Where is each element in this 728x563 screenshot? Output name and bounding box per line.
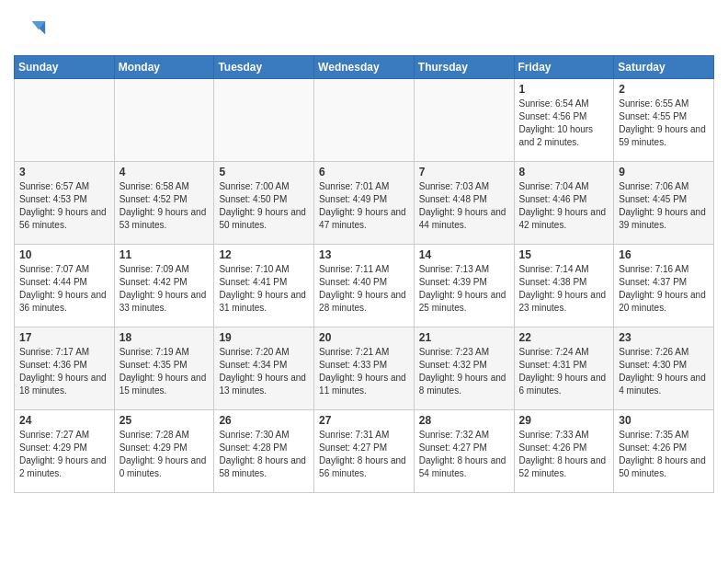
calendar-cell: 16 Sunrise: 7:16 AMSunset: 4:37 PMDaylig… bbox=[614, 245, 714, 327]
weekday-header-friday: Friday bbox=[514, 56, 614, 79]
calendar-cell: 10 Sunrise: 7:07 AMSunset: 4:44 PMDaylig… bbox=[15, 245, 115, 327]
calendar-cell: 11 Sunrise: 7:09 AMSunset: 4:42 PMDaylig… bbox=[114, 245, 214, 327]
day-number: 27 bbox=[319, 414, 409, 427]
day-number: 12 bbox=[219, 248, 309, 261]
calendar-cell: 21 Sunrise: 7:23 AMSunset: 4:32 PMDaylig… bbox=[414, 327, 514, 410]
calendar-cell: 25 Sunrise: 7:28 AMSunset: 4:29 PMDaylig… bbox=[114, 410, 214, 493]
calendar-cell: 24 Sunrise: 7:27 AMSunset: 4:29 PMDaylig… bbox=[15, 410, 115, 493]
weekday-header-tuesday: Tuesday bbox=[214, 56, 314, 79]
day-info: Sunrise: 7:10 AMSunset: 4:41 PMDaylight:… bbox=[219, 263, 309, 315]
calendar-cell: 17 Sunrise: 7:17 AMSunset: 4:36 PMDaylig… bbox=[15, 327, 115, 410]
day-number: 21 bbox=[419, 331, 509, 344]
day-number: 3 bbox=[19, 166, 109, 178]
calendar-week-5: 24 Sunrise: 7:27 AMSunset: 4:29 PMDaylig… bbox=[15, 410, 714, 493]
day-number: 8 bbox=[519, 166, 609, 178]
calendar-cell: 26 Sunrise: 7:30 AMSunset: 4:28 PMDaylig… bbox=[214, 410, 314, 493]
calendar-cell: 6 Sunrise: 7:01 AMSunset: 4:49 PMDayligh… bbox=[314, 162, 415, 245]
day-info: Sunrise: 7:20 AMSunset: 4:34 PMDaylight:… bbox=[219, 346, 309, 397]
calendar-cell: 30 Sunrise: 7:35 AMSunset: 4:26 PMDaylig… bbox=[614, 410, 714, 493]
calendar-cell: 22 Sunrise: 7:24 AMSunset: 4:31 PMDaylig… bbox=[514, 327, 614, 410]
day-number: 23 bbox=[619, 331, 709, 344]
day-number: 11 bbox=[119, 248, 210, 261]
day-number: 18 bbox=[119, 331, 210, 344]
day-info: Sunrise: 7:06 AMSunset: 4:45 PMDaylight:… bbox=[619, 180, 709, 232]
calendar-cell: 15 Sunrise: 7:14 AMSunset: 4:38 PMDaylig… bbox=[514, 245, 614, 327]
day-number: 25 bbox=[119, 414, 210, 427]
day-number: 14 bbox=[419, 248, 509, 261]
calendar-week-1: 1 Sunrise: 6:54 AMSunset: 4:56 PMDayligh… bbox=[15, 79, 714, 162]
calendar-header: SundayMondayTuesdayWednesdayThursdayFrid… bbox=[15, 56, 714, 79]
day-info: Sunrise: 6:58 AMSunset: 4:52 PMDaylight:… bbox=[119, 180, 210, 232]
day-info: Sunrise: 7:16 AMSunset: 4:37 PMDaylight:… bbox=[619, 263, 709, 315]
day-number: 24 bbox=[19, 414, 109, 427]
day-number: 4 bbox=[119, 166, 210, 178]
day-number: 30 bbox=[619, 414, 709, 427]
calendar-cell: 8 Sunrise: 7:04 AMSunset: 4:46 PMDayligh… bbox=[514, 162, 614, 245]
calendar-cell: 28 Sunrise: 7:32 AMSunset: 4:27 PMDaylig… bbox=[414, 410, 514, 493]
calendar-cell bbox=[314, 79, 415, 162]
day-info: Sunrise: 7:03 AMSunset: 4:48 PMDaylight:… bbox=[419, 180, 509, 232]
logo bbox=[14, 15, 51, 48]
day-info: Sunrise: 7:35 AMSunset: 4:26 PMDaylight:… bbox=[619, 429, 709, 480]
day-number: 10 bbox=[19, 248, 109, 261]
weekday-header-sunday: Sunday bbox=[15, 56, 115, 79]
day-info: Sunrise: 7:11 AMSunset: 4:40 PMDaylight:… bbox=[319, 263, 409, 315]
calendar-cell: 23 Sunrise: 7:26 AMSunset: 4:30 PMDaylig… bbox=[614, 327, 714, 410]
day-info: Sunrise: 7:07 AMSunset: 4:44 PMDaylight:… bbox=[19, 263, 109, 315]
day-number: 15 bbox=[519, 248, 609, 261]
day-info: Sunrise: 7:00 AMSunset: 4:50 PMDaylight:… bbox=[219, 180, 309, 232]
calendar-cell: 12 Sunrise: 7:10 AMSunset: 4:41 PMDaylig… bbox=[214, 245, 314, 327]
calendar-cell: 3 Sunrise: 6:57 AMSunset: 4:53 PMDayligh… bbox=[15, 162, 115, 245]
day-info: Sunrise: 7:26 AMSunset: 4:30 PMDaylight:… bbox=[619, 346, 709, 397]
day-number: 26 bbox=[219, 414, 309, 427]
day-info: Sunrise: 7:14 AMSunset: 4:38 PMDaylight:… bbox=[519, 263, 609, 315]
day-number: 29 bbox=[519, 414, 609, 427]
calendar-week-3: 10 Sunrise: 7:07 AMSunset: 4:44 PMDaylig… bbox=[15, 245, 714, 327]
day-number: 13 bbox=[319, 248, 409, 261]
day-number: 28 bbox=[419, 414, 509, 427]
day-info: Sunrise: 7:04 AMSunset: 4:46 PMDaylight:… bbox=[519, 180, 609, 232]
day-number: 19 bbox=[219, 331, 309, 344]
day-number: 22 bbox=[519, 331, 609, 344]
day-info: Sunrise: 7:13 AMSunset: 4:39 PMDaylight:… bbox=[419, 263, 509, 315]
day-info: Sunrise: 7:32 AMSunset: 4:27 PMDaylight:… bbox=[419, 429, 509, 480]
calendar-cell: 7 Sunrise: 7:03 AMSunset: 4:48 PMDayligh… bbox=[414, 162, 514, 245]
calendar-cell bbox=[114, 79, 214, 162]
day-number: 7 bbox=[419, 166, 509, 178]
calendar-table: SundayMondayTuesdayWednesdayThursdayFrid… bbox=[14, 55, 714, 493]
calendar-cell bbox=[214, 79, 314, 162]
day-info: Sunrise: 7:09 AMSunset: 4:42 PMDaylight:… bbox=[119, 263, 210, 315]
day-info: Sunrise: 7:28 AMSunset: 4:29 PMDaylight:… bbox=[119, 429, 210, 480]
day-number: 20 bbox=[319, 331, 409, 344]
day-number: 16 bbox=[619, 248, 709, 261]
calendar-cell: 5 Sunrise: 7:00 AMSunset: 4:50 PMDayligh… bbox=[214, 162, 314, 245]
calendar-cell: 1 Sunrise: 6:54 AMSunset: 4:56 PMDayligh… bbox=[514, 79, 614, 162]
day-info: Sunrise: 7:01 AMSunset: 4:49 PMDaylight:… bbox=[319, 180, 409, 232]
day-number: 2 bbox=[619, 83, 709, 96]
day-info: Sunrise: 7:27 AMSunset: 4:29 PMDaylight:… bbox=[19, 429, 109, 480]
calendar-week-2: 3 Sunrise: 6:57 AMSunset: 4:53 PMDayligh… bbox=[15, 162, 714, 245]
calendar-cell: 4 Sunrise: 6:58 AMSunset: 4:52 PMDayligh… bbox=[114, 162, 214, 245]
calendar-cell: 20 Sunrise: 7:21 AMSunset: 4:33 PMDaylig… bbox=[314, 327, 415, 410]
day-info: Sunrise: 7:17 AMSunset: 4:36 PMDaylight:… bbox=[19, 346, 109, 397]
weekday-header-wednesday: Wednesday bbox=[314, 56, 415, 79]
page-header bbox=[14, 9, 714, 48]
calendar-cell: 13 Sunrise: 7:11 AMSunset: 4:40 PMDaylig… bbox=[314, 245, 415, 327]
day-info: Sunrise: 6:57 AMSunset: 4:53 PMDaylight:… bbox=[19, 180, 109, 232]
day-number: 17 bbox=[19, 331, 109, 344]
calendar-week-4: 17 Sunrise: 7:17 AMSunset: 4:36 PMDaylig… bbox=[15, 327, 714, 410]
day-info: Sunrise: 7:24 AMSunset: 4:31 PMDaylight:… bbox=[519, 346, 609, 397]
weekday-header-thursday: Thursday bbox=[414, 56, 514, 79]
day-number: 1 bbox=[519, 83, 609, 96]
day-info: Sunrise: 7:31 AMSunset: 4:27 PMDaylight:… bbox=[319, 429, 409, 480]
logo-icon bbox=[14, 15, 47, 48]
day-info: Sunrise: 6:54 AMSunset: 4:56 PMDaylight:… bbox=[519, 98, 609, 149]
calendar-cell: 2 Sunrise: 6:55 AMSunset: 4:55 PMDayligh… bbox=[614, 79, 714, 162]
calendar-cell: 14 Sunrise: 7:13 AMSunset: 4:39 PMDaylig… bbox=[414, 245, 514, 327]
day-info: Sunrise: 7:23 AMSunset: 4:32 PMDaylight:… bbox=[419, 346, 509, 397]
day-info: Sunrise: 7:21 AMSunset: 4:33 PMDaylight:… bbox=[319, 346, 409, 397]
day-number: 5 bbox=[219, 166, 309, 178]
calendar-cell: 19 Sunrise: 7:20 AMSunset: 4:34 PMDaylig… bbox=[214, 327, 314, 410]
calendar-cell: 29 Sunrise: 7:33 AMSunset: 4:26 PMDaylig… bbox=[514, 410, 614, 493]
calendar-cell: 27 Sunrise: 7:31 AMSunset: 4:27 PMDaylig… bbox=[314, 410, 415, 493]
